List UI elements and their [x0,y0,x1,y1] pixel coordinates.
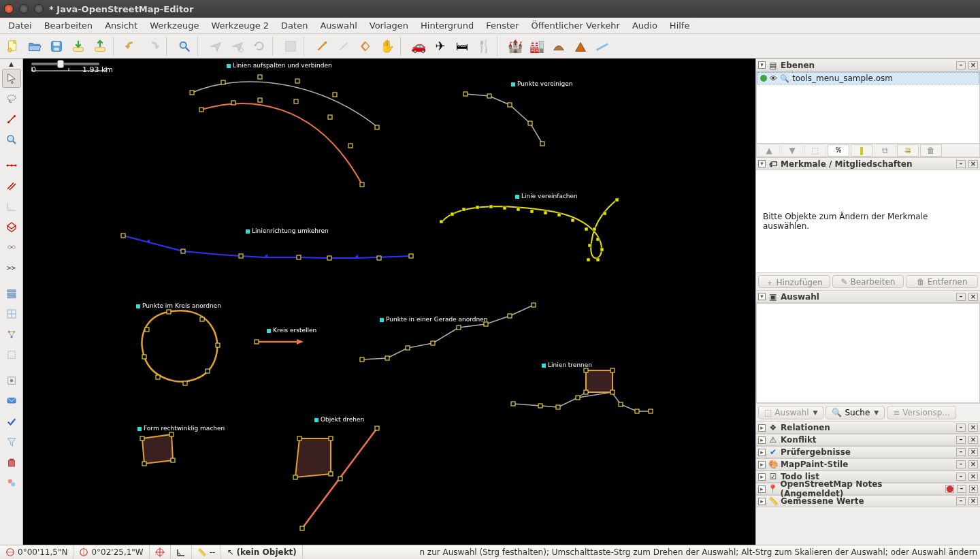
preset-factory-button[interactable]: 🏭 [527,36,547,57]
layer-zoom-icon[interactable]: 🔍 [780,74,789,83]
selection-history-button[interactable]: ≡Versionsp... [887,406,956,419]
menu-werkzeuge-2[interactable]: Werkzeuge 2 [206,19,274,32]
unglue-tool[interactable] [2,238,21,257]
map-canvas[interactable]: 0 1.93 km Linien aufspalten und verbinde… [23,59,755,545]
collapse-icon[interactable]: ▾ [758,61,766,69]
eye-icon[interactable]: 👁 [770,74,777,83]
panel-header-mappaint[interactable]: ▸🎨MapPaint-Stile–× [756,458,980,470]
preset-car-button[interactable]: 🚗 [408,36,429,57]
menu-datei[interactable]: Datei [3,19,37,32]
preset-restaurant-button[interactable]: 🍴 [474,36,494,57]
collapse-icon[interactable]: ▾ [758,160,766,167]
props-add-button[interactable]: ＋ Hinzufügen [758,275,830,288]
toggle-changeset-panel[interactable] [2,453,21,472]
lasso-tool[interactable] [2,89,21,108]
toggle-validator-panel[interactable] [2,412,21,431]
layers-panel-header[interactable]: ▾ ▤ Ebenen – × [756,59,980,71]
menu-bearbeiten[interactable]: Bearbeiten [39,19,98,32]
svg-rect-72 [615,198,619,202]
layer-duplicate-button[interactable]: ⧉ [874,144,896,157]
terminal-tool[interactable]: >> [2,258,21,277]
layer-visibility-button[interactable]: ％ [828,144,849,157]
save-button[interactable] [46,36,67,57]
background-toggle-button[interactable] [280,36,301,57]
extrude-tool[interactable] [2,217,21,236]
undo-button[interactable] [121,36,142,57]
svg-rect-94 [484,322,488,326]
new-layer-button[interactable] [3,36,23,57]
toggle-selection-panel[interactable] [2,345,21,364]
selection-select-button[interactable]: ⬚Auswahl▼ [758,406,823,419]
toggle-mappaint-panel[interactable] [2,473,21,492]
props-edit-button[interactable]: ✎ Bearbeiten [832,275,904,288]
menu-hintergrund[interactable]: Hintergrund [415,19,479,32]
panel-close-button[interactable]: × [968,293,978,301]
tool-utility2-button[interactable] [333,36,354,57]
menu-hilfe[interactable]: Hilfe [664,19,696,32]
panel-header-osm-notes[interactable]: ▸📍OpenStreetMap Notes (Angemeldet)⬤–× [756,483,980,495]
panel-minimize-button[interactable]: – [956,160,966,168]
download-osm-button[interactable] [68,36,88,57]
selection-panel-header[interactable]: ▾ ▣ Auswahl – × [756,290,980,303]
toggle-notes-panel[interactable] [2,392,21,411]
layer-row-active[interactable]: 👁 🔍 tools_menu_sample.osm [757,72,979,84]
tool-pan-button[interactable]: ✋ [377,36,397,57]
toggle-layers-panel[interactable] [2,284,21,303]
panel-minimize-button[interactable]: – [956,61,966,69]
layer-toggle-button[interactable]: ⬚ [804,144,826,157]
layer-up-button[interactable]: ▲ [758,144,780,157]
selection-search-button[interactable]: 🔍Suche▼ [826,406,885,419]
gps-center-button[interactable] [206,36,226,57]
redo-button[interactable] [143,36,163,57]
layer-down-button[interactable]: ▼ [781,144,803,157]
menu-audio[interactable]: Audio [627,19,663,32]
svg-rect-62 [557,213,561,217]
select-tool[interactable] [2,69,21,88]
toggle-relations-panel[interactable] [2,325,21,344]
menu-vorlagen[interactable]: Vorlagen [364,19,414,32]
layer-merge-button[interactable]: ≣ [897,144,919,157]
open-file-button[interactable] [24,36,45,57]
menu-daten[interactable]: Daten [276,19,313,32]
zoom-tool[interactable] [2,130,21,149]
preset-waterway-button[interactable] [592,36,612,57]
layer-delete-button[interactable]: 🗑 [920,144,942,157]
tool-revert-button[interactable] [355,36,376,57]
collapse-icon[interactable]: ▾ [758,293,766,300]
panel-close-button[interactable]: × [968,61,978,69]
upload-osm-button[interactable] [90,36,110,57]
gps-autocenter-button[interactable] [227,36,248,57]
panel-close-button[interactable]: × [968,160,978,168]
window-maximize-button[interactable] [34,4,44,14]
tool-utility1-button[interactable] [312,36,332,57]
menu-auswahl[interactable]: Auswahl [314,19,362,32]
toggle-tagging-presets[interactable] [2,304,21,323]
search-button[interactable] [174,36,195,57]
preset-plane-button[interactable]: ✈ [430,36,451,57]
preset-castle-button[interactable]: 🏰 [505,36,525,57]
draw-tool[interactable] [2,110,21,129]
panel-header-pruefergebnisse[interactable]: ▸✔Prüfergebnisse–× [756,446,980,458]
panel-header-konflikt[interactable]: ▸⚠Konflikt–× [756,434,980,446]
props-delete-button[interactable]: 🗑 Entfernen [906,275,978,288]
menu-ansicht[interactable]: Ansicht [99,19,143,32]
preset-shelter-button[interactable] [549,36,569,57]
preset-bed-button[interactable]: 🛏 [452,36,472,57]
window-close-button[interactable] [4,4,14,14]
props-panel-header[interactable]: ▾ 🏷 Merkmale / Mitgliedschaften – × [756,157,980,170]
toggle-filter-panel[interactable] [2,432,21,451]
left-toolbar-scroller[interactable]: ▲ [9,61,14,67]
menu-werkzeuge[interactable]: Werkzeuge [144,19,204,32]
menu-oeff-verkehr[interactable]: Öffentlicher Verkehr [525,19,625,32]
layer-activate-button[interactable]: ❚ [851,144,872,157]
toggle-author-panel[interactable] [2,371,21,390]
window-minimize-button[interactable] [19,4,29,14]
panel-header-relationen[interactable]: ▸❖Relationen–× [756,421,980,434]
panel-minimize-button[interactable]: – [956,293,966,301]
parallel-tool[interactable] [2,176,21,195]
angle-tool[interactable] [2,197,21,216]
menu-fenster[interactable]: Fenster [480,19,524,32]
gps-refresh-button[interactable] [249,36,270,57]
improve-way-tool[interactable] [2,156,21,175]
preset-peak-button[interactable] [570,36,591,57]
